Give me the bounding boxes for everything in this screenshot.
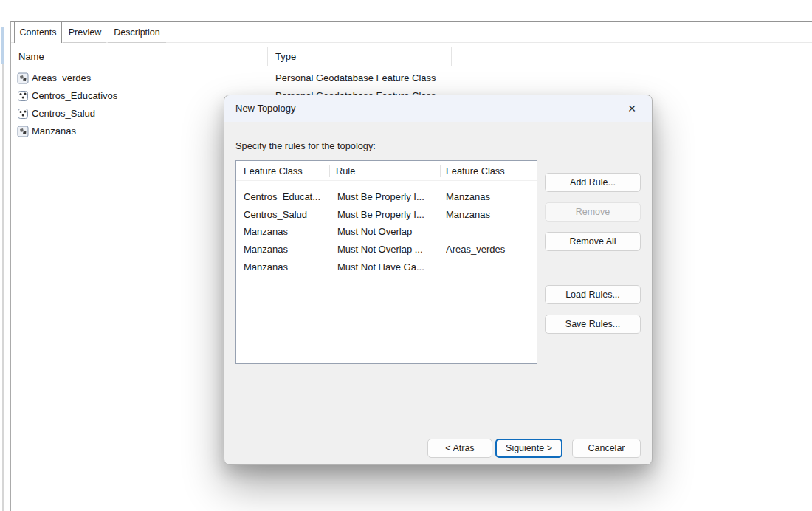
splitter-line[interactable]	[2, 64, 4, 511]
rule-name: Must Not Have Ga...	[337, 258, 443, 276]
rules-header-rule[interactable]: Rule	[336, 161, 355, 181]
item-type: Personal Geodatabase Feature Class	[275, 69, 436, 87]
column-header-name[interactable]: Name	[18, 51, 44, 62]
close-icon[interactable]: ✕	[619, 95, 644, 122]
rule-name: Must Not Overlap	[337, 223, 443, 241]
rule-name: Must Be Properly I...	[337, 188, 443, 206]
new-topology-dialog: New Topology ✕ Specify the rules for the…	[224, 95, 653, 465]
column-divider[interactable]	[267, 47, 268, 66]
item-name: Areas_verdes	[32, 69, 91, 87]
rule-row[interactable]: Manzanas Must Not Have Ga...	[236, 258, 537, 276]
footer-separator	[235, 425, 641, 425]
rule-fc2: Manzanas	[446, 188, 533, 206]
rule-name: Must Not Overlap ...	[337, 241, 443, 258]
rule-fc2: Areas_verdes	[446, 241, 533, 258]
tab-description[interactable]: Description	[108, 22, 166, 43]
rule-fc2: Manzanas	[446, 206, 533, 224]
load-rules-button[interactable]: Load Rules...	[545, 285, 641, 304]
item-name: Centros_Salud	[32, 105, 95, 123]
point-feature-class-icon	[17, 108, 29, 120]
rule-row[interactable]: Centros_Educat... Must Be Properly I... …	[236, 188, 537, 206]
cancel-button[interactable]: Cancelar	[572, 439, 641, 458]
rule-fc1: Centros_Salud	[244, 206, 334, 224]
back-button[interactable]: < Atrás	[427, 439, 492, 458]
item-name: Centros_Educativos	[32, 87, 117, 105]
tab-preview[interactable]: Preview	[63, 22, 106, 43]
add-rule-button[interactable]: Add Rule...	[545, 173, 641, 192]
rule-row[interactable]: Manzanas Must Not Overlap ... Areas_verd…	[236, 241, 537, 258]
tab-contents-label: Contents	[19, 27, 56, 38]
tab-contents[interactable]: Contents	[14, 21, 62, 43]
tab-preview-label: Preview	[69, 27, 101, 38]
rules-table[interactable]: Feature Class Rule Feature Class Centros…	[235, 160, 537, 364]
dialog-title: New Topology	[235, 95, 295, 122]
rules-header-underline	[236, 180, 537, 181]
list-item-areas-verdes[interactable]: Areas_verdes Personal Geodatabase Featur…	[11, 69, 812, 87]
remove-button: Remove	[545, 202, 641, 222]
rule-fc1: Centros_Educat...	[244, 188, 334, 206]
rule-name: Must Be Properly I...	[337, 206, 443, 224]
polygon-feature-class-icon	[17, 126, 29, 137]
rules-header-feature-class-1[interactable]: Feature Class	[244, 161, 303, 181]
rules-column-divider[interactable]	[440, 165, 441, 177]
rules-header-feature-class-2[interactable]: Feature Class	[446, 161, 505, 181]
rule-fc1: Manzanas	[244, 223, 334, 241]
splitter-highlight	[1, 27, 4, 64]
column-divider[interactable]	[451, 47, 452, 66]
rules-column-divider[interactable]	[329, 165, 330, 177]
instruction-label: Specify the rules for the topology:	[235, 140, 376, 151]
save-rules-button[interactable]: Save Rules...	[545, 315, 641, 334]
rule-fc1: Manzanas	[244, 258, 334, 276]
column-header-type[interactable]: Type	[275, 51, 296, 62]
next-button[interactable]: Siguiente >	[495, 439, 562, 458]
item-name: Manzanas	[32, 123, 76, 140]
point-feature-class-icon	[17, 90, 29, 102]
rule-row[interactable]: Manzanas Must Not Overlap	[236, 223, 537, 241]
tab-description-label: Description	[114, 27, 160, 38]
rule-row[interactable]: Centros_Salud Must Be Properly I... Manz…	[236, 206, 537, 224]
polygon-feature-class-icon	[17, 72, 29, 84]
rules-column-divider[interactable]	[531, 165, 531, 177]
rule-fc1: Manzanas	[244, 241, 334, 258]
remove-all-button[interactable]: Remove All	[545, 232, 641, 251]
dialog-titlebar[interactable]: New Topology ✕	[224, 95, 652, 122]
